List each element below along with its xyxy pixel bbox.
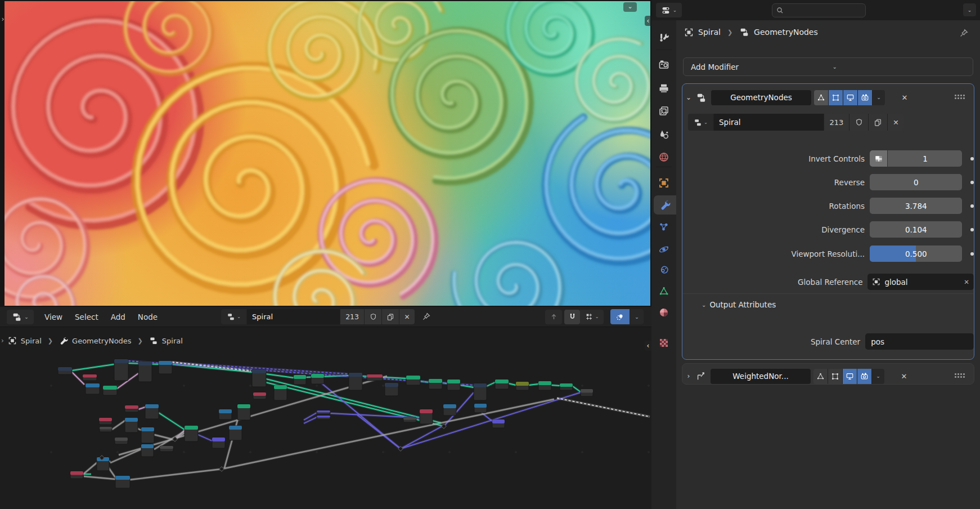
render-display-toggle[interactable] (857, 369, 871, 384)
fake-user-shield-button[interactable] (364, 309, 381, 324)
edit-mode-toggle[interactable] (814, 90, 828, 105)
node-sidebar-collapse-icon[interactable]: ‹ (645, 341, 651, 351)
editor-type-button[interactable]: ⌄ (656, 3, 682, 17)
camera-icon (861, 93, 869, 102)
checker-cross-icon (874, 154, 883, 163)
modifier-header: ⌄ GeometryNodes (682, 87, 974, 108)
remove-modifier-button[interactable]: ✕ (897, 372, 911, 381)
object-picker-field[interactable]: global ✕ (867, 274, 974, 290)
modifier-name-field[interactable]: WeightedNor... (711, 369, 811, 384)
scene-tab-icon[interactable] (651, 125, 676, 144)
unlink-x-button[interactable]: ✕ (887, 114, 904, 131)
search-input[interactable] (786, 6, 856, 15)
modifier-extras-dropdown[interactable]: ⌄ (872, 90, 885, 105)
object-data-tab-icon[interactable] (651, 282, 676, 301)
breadcrumb-group[interactable]: Spiral (162, 337, 183, 345)
editor-type-button[interactable]: ⌄ (7, 310, 34, 324)
menu-node[interactable]: Node (132, 312, 164, 322)
output-tab-icon[interactable] (651, 79, 676, 98)
clear-x-icon[interactable]: ✕ (964, 278, 969, 286)
constraints-tab-icon[interactable] (651, 260, 676, 279)
collapse-chevron-icon[interactable]: ⌄ (682, 93, 695, 101)
duplicate-data-button[interactable] (381, 309, 399, 324)
tool-tab-icon[interactable] (651, 28, 676, 47)
unlink-x-button[interactable]: ✕ (399, 309, 415, 324)
chevron-down-icon: ⌄ (702, 302, 706, 308)
value-field[interactable]: 0.104 (870, 221, 962, 238)
render-display-toggle[interactable] (857, 90, 872, 105)
realtime-display-toggle[interactable] (843, 90, 857, 105)
weighted-normal-icon (696, 371, 706, 381)
particles-tab-icon[interactable] (651, 217, 676, 236)
drag-handle[interactable] (955, 95, 966, 100)
modifier-name-field[interactable]: GeometryNodes (711, 90, 811, 105)
animate-decorator[interactable] (970, 157, 974, 160)
value-field[interactable]: 0 (870, 174, 962, 190)
node-graph[interactable] (0, 327, 651, 509)
modifier-node-icon (739, 27, 749, 37)
modifier-extras-dropdown[interactable]: ⌄ (871, 369, 884, 384)
3d-viewport[interactable]: ⌄ › ‹ (0, 0, 651, 307)
add-modifier-dropdown[interactable]: Add Modifier ⌄ (683, 57, 973, 76)
pin-icon[interactable] (959, 28, 969, 38)
menu-view[interactable]: View (38, 312, 69, 322)
fake-user-shield-button[interactable] (849, 114, 868, 131)
attribute-name-field[interactable]: pos (865, 333, 974, 350)
breadcrumb-modifier[interactable]: GeometryNodes (754, 28, 818, 37)
browse-node-tree-button[interactable]: ⌄ (221, 309, 246, 324)
on-cage-toggle[interactable] (828, 90, 843, 105)
modifiers-tab-icon[interactable] (654, 195, 676, 215)
animate-decorator[interactable] (970, 181, 974, 184)
output-attributes-section-header[interactable]: ⌄ Output Attributes (702, 300, 776, 309)
view-layer-tab-icon[interactable] (651, 101, 676, 120)
snap-grid-icon (585, 312, 594, 321)
toolbar-expand-icon[interactable]: › (0, 15, 6, 23)
users-count-badge[interactable]: 213 (340, 309, 364, 324)
on-cage-toggle[interactable] (828, 369, 842, 384)
render-tab-icon[interactable] (651, 55, 676, 74)
breadcrumb-expand-icon[interactable]: › (1, 337, 4, 345)
remove-modifier-button[interactable]: ✕ (897, 93, 912, 102)
breadcrumb-object[interactable]: Spiral (698, 28, 721, 37)
properties-search[interactable] (772, 3, 866, 17)
snap-target-button[interactable]: ⌄ (580, 310, 604, 324)
menu-add[interactable]: Add (105, 312, 132, 322)
object-tab-icon[interactable] (651, 173, 676, 193)
attribute-toggle-button[interactable] (870, 150, 887, 167)
snap-toggle-button[interactable] (564, 310, 580, 324)
breadcrumb-modifier[interactable]: GeometryNodes (72, 337, 132, 345)
material-tab-icon[interactable] (651, 303, 676, 322)
pin-icon[interactable] (421, 312, 431, 322)
chevron-right-icon: ❯ (725, 29, 735, 36)
menu-select[interactable]: Select (69, 312, 105, 322)
viewport-header-collapse-chevron-icon[interactable]: ⌄ (623, 2, 637, 12)
breadcrumb-object[interactable]: Spiral (21, 337, 42, 345)
edit-mode-toggle[interactable] (813, 369, 828, 384)
param-label: Spiral Center (682, 337, 865, 346)
users-count-badge[interactable]: 213 (824, 114, 849, 131)
node-group-name-field[interactable]: Spiral (713, 114, 824, 131)
viewport-render[interactable] (5, 1, 650, 306)
animate-decorator[interactable] (970, 228, 974, 231)
realtime-display-toggle[interactable] (842, 369, 857, 384)
collapse-chevron-icon[interactable]: › (682, 372, 695, 380)
drag-handle[interactable] (955, 373, 966, 379)
duplicate-data-button[interactable] (868, 114, 887, 131)
go-to-parent-button[interactable] (545, 310, 562, 324)
node-tree-name-field[interactable]: Spiral (246, 309, 340, 324)
value-field[interactable]: 3.784 (870, 198, 962, 214)
param-row-viewport-resolution: Viewport Resoluti... 0.500 (682, 245, 974, 262)
viewer-overlay-toggle[interactable] (610, 309, 630, 324)
overlay-dropdown-button[interactable]: ⌄ (630, 309, 644, 324)
sidebar-collapse-icon[interactable]: ‹ (645, 16, 651, 26)
world-tab-icon[interactable] (651, 148, 676, 167)
physics-tab-icon[interactable] (651, 240, 676, 259)
value-slider[interactable]: 0.500 (870, 245, 962, 262)
animate-decorator[interactable] (970, 252, 974, 256)
modifier-panel-weightednormal: › WeightedNor... (682, 363, 974, 385)
value-field[interactable]: 1 (888, 150, 962, 167)
texture-tab-icon[interactable] (651, 333, 676, 352)
browse-node-group-button[interactable]: ⌄ (688, 114, 713, 131)
animate-decorator[interactable] (970, 204, 974, 208)
header-options-button[interactable]: ⌄ (963, 3, 976, 16)
